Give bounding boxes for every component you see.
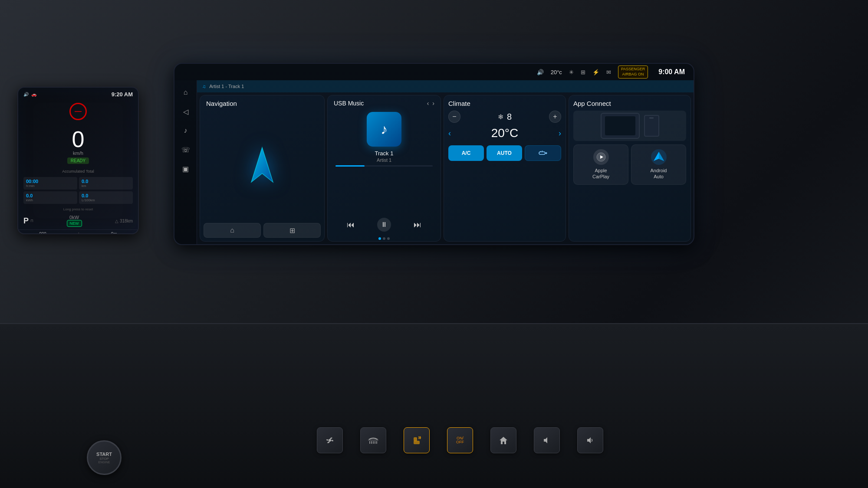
start-stop-btn[interactable]: START STOP ENGINE	[87, 440, 122, 475]
scroll-dot-3	[387, 237, 390, 240]
mail-status-icon: ✉	[606, 69, 611, 75]
cluster-header: 🔊 🚗 9:20 AM	[18, 88, 138, 101]
airflow-btn[interactable]	[525, 145, 561, 161]
tablet-device	[601, 113, 640, 139]
device-mockup	[601, 113, 659, 139]
home-phys-btn[interactable]	[490, 427, 516, 453]
heated-seat-phys-btn[interactable]	[404, 427, 430, 453]
defrost-phys-btn[interactable]	[360, 427, 386, 453]
progress-fill	[335, 165, 365, 167]
airbag-badge: PASSENGER AIRBAG ON	[618, 66, 648, 78]
start-stop-label: START STOP ENGINE	[96, 452, 112, 464]
fan-icon: ❄	[498, 113, 503, 121]
sidebar-item-apps[interactable]: ▣	[177, 160, 194, 177]
appconnect-title: App Connect	[573, 100, 686, 107]
cluster-car-icon: 🚗	[31, 92, 36, 97]
album-art: ♪	[367, 112, 401, 147]
cluster-bottom: P ⊓ 0kW NEW △ 318km	[18, 212, 138, 229]
android-auto-icon-svg	[652, 151, 665, 164]
fan-decrease-btn[interactable]: −	[448, 111, 460, 123]
vol-down-phys-btn[interactable]	[577, 427, 603, 453]
cluster-data-kwh: 0.0 kWh	[23, 191, 77, 204]
main-screen: 🔊 20°c ✳ ⊞ ⚡ ✉ PASSENGER AIRBAG ON 9:00 …	[174, 63, 694, 245]
dist-val-1: 000	[39, 232, 46, 234]
cluster-data-km: 0.0 km	[79, 177, 133, 190]
ac-btn[interactable]: A/C	[448, 145, 484, 161]
sidebar-item-music[interactable]: ♪	[177, 122, 194, 139]
climate-buttons: A/C AUTO	[448, 145, 561, 161]
prev-track-btn[interactable]: ⏮	[344, 218, 358, 232]
usb-music-card[interactable]: USB Music ‹ › ♪ Track 1 Artist 1	[327, 95, 441, 242]
svg-marker-0	[251, 147, 273, 182]
music-note-icon: ♪	[381, 121, 388, 138]
scroll-dot-2	[383, 237, 385, 240]
vol-mute-phys-btn[interactable]	[534, 427, 560, 453]
status-bar: 🔊 20°c ✳ ⊞ ⚡ ✉ PASSENGER AIRBAG ON 9:00 …	[174, 64, 694, 80]
range-km: △ 318km	[115, 219, 133, 223]
play-pause-btn[interactable]: ⏸	[377, 218, 391, 232]
accumulated-label: Accumulated Total	[18, 168, 138, 174]
climate-title: Climate	[448, 100, 561, 107]
heated-seat-icon	[412, 436, 421, 445]
app-connect-card[interactable]: App Connect	[569, 95, 691, 242]
navigation-card[interactable]: Navigation ⌂	[200, 95, 325, 242]
sidebar-item-home[interactable]: ⌂	[177, 84, 194, 101]
artist-name: Artist 1	[377, 157, 391, 163]
mini-player-icon: ♫	[202, 84, 206, 89]
appconnect-buttons: AppleCarPlay AndroidAuto	[573, 144, 686, 185]
dist-val-2: 0m	[111, 232, 117, 234]
next-track-btn[interactable]: ⏭	[411, 218, 424, 232]
vol-mute-icon	[542, 436, 552, 445]
music-title: USB Music	[334, 100, 364, 107]
music-prev-page[interactable]: ‹	[427, 100, 429, 107]
device-preview	[573, 111, 686, 141]
volume-status-icon: 🔊	[537, 69, 544, 75]
auto-btn[interactable]: AUTO	[487, 145, 522, 161]
long-press-hint: Long press to reset	[18, 206, 138, 212]
cards-container: Navigation ⌂	[197, 92, 694, 244]
svg-rect-17	[414, 437, 417, 441]
svg-point-9	[329, 439, 331, 442]
music-controls: ⏮ ⏸ ⏭	[328, 215, 441, 236]
nav-home-btn[interactable]: ⌂	[204, 223, 261, 238]
progress-bar	[335, 165, 432, 167]
track-name: Track 1	[375, 150, 394, 157]
temp-increase-btn[interactable]: ›	[559, 129, 561, 138]
grid-status-icon: ⊞	[581, 69, 585, 75]
phone-device	[644, 115, 659, 137]
sidebar: ⌂ ◁ ♪ ☏ ▣	[174, 80, 197, 244]
sidebar-item-nav[interactable]: ◁	[177, 103, 194, 120]
on-off-label: ON/ OFF	[456, 436, 464, 444]
scroll-dot-1	[378, 237, 381, 240]
temperature-row: ‹ 20°C ›	[448, 126, 561, 140]
fan-increase-btn[interactable]: +	[549, 111, 561, 123]
power-area: 0kW NEW	[67, 215, 82, 227]
nav-menu-btn[interactable]: ⊞	[263, 223, 321, 238]
car-airflow-icon	[539, 150, 547, 156]
speed-value: 0	[72, 128, 85, 151]
home-icon	[499, 436, 508, 445]
music-next-page[interactable]: ›	[432, 100, 434, 107]
vol-down-icon	[585, 436, 595, 445]
navigation-map[interactable]	[200, 110, 324, 219]
fan-symbol-icon	[324, 434, 336, 446]
music-card-header: USB Music ‹ ›	[328, 95, 441, 109]
temp-decrease-btn[interactable]: ‹	[448, 129, 451, 138]
cluster-status-icons: 🔊 🚗	[23, 92, 36, 97]
speed-limit-icon: —	[69, 103, 87, 120]
apple-carplay-label: AppleCarPlay	[592, 167, 609, 180]
svg-rect-16	[414, 441, 420, 444]
on-off-phys-btn[interactable]: ON/ OFF	[447, 427, 473, 453]
svg-marker-19	[544, 437, 547, 443]
scroll-dots	[328, 236, 441, 241]
sidebar-item-phone[interactable]: ☏	[177, 141, 194, 158]
tablet-screen	[605, 116, 635, 135]
climate-card[interactable]: Climate − ❄ 8 + ‹ 20°C › A/C	[444, 95, 566, 242]
dashboard: ON/ OFF	[0, 323, 868, 488]
apple-carplay-btn[interactable]: AppleCarPlay	[573, 144, 628, 185]
fan-speed-phys-btn[interactable]	[317, 427, 343, 453]
mini-player[interactable]: ♫ Artist 1 - Track 1	[197, 80, 694, 92]
fan-status-icon: ✳	[569, 69, 574, 75]
android-auto-btn[interactable]: AndroidAuto	[631, 144, 686, 185]
fan-display: ❄ 8	[498, 112, 512, 122]
